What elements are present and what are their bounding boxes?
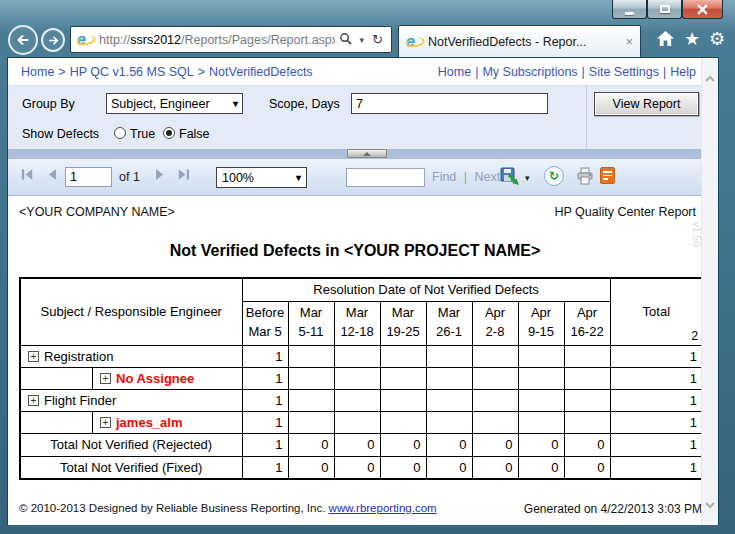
refresh-page-icon[interactable]: ↻ <box>368 32 387 47</box>
total-row-label: Total Not Verified (Rejected) <box>20 433 242 456</box>
expand-icon[interactable]: + <box>100 417 111 428</box>
scope-days-input[interactable] <box>351 93 548 114</box>
tab-close-icon[interactable]: × <box>621 34 633 49</box>
expand-icon[interactable]: + <box>100 373 111 384</box>
date-column-header: Apr2-8 <box>472 301 518 345</box>
favorites-star-icon[interactable]: ★ <box>684 28 700 49</box>
next-page-button[interactable] <box>154 167 166 182</box>
refresh-report-icon[interactable]: ↻ <box>544 166 564 186</box>
browser-tab[interactable]: e NotVerifiedDefects - Repor... × <box>398 25 641 57</box>
value-cell: 0 <box>288 456 334 479</box>
page-scrollbar[interactable] <box>701 58 718 525</box>
value-cell <box>518 389 564 411</box>
breadcrumb-separator: > <box>54 65 69 79</box>
breadcrumb-link[interactable]: HP QC v1.56 MS SQL <box>70 65 194 79</box>
row-total-cell: 1 <box>610 456 703 479</box>
maximize-icon <box>660 5 670 13</box>
url-scheme: http:// <box>99 33 130 47</box>
search-icon[interactable] <box>335 32 356 48</box>
generated-timestamp: Generated on 4/22/2013 3:03 PM <box>524 502 702 516</box>
date-line2: 26-1 <box>427 323 472 342</box>
next-link[interactable]: Next <box>475 170 501 184</box>
home-icon[interactable] <box>656 30 675 51</box>
expand-icon[interactable]: + <box>28 395 39 406</box>
defects-table: Subject / Responsible Engineer Resolutio… <box>19 277 704 480</box>
scope-days-label: Scope, Days <box>269 97 340 111</box>
breadcrumb-link[interactable]: NotVerifiedDefects <box>209 65 313 79</box>
breadcrumb-link[interactable]: Home <box>21 65 54 79</box>
address-bar[interactable]: e http://ssrs2012/Reports/Pages/Report.a… <box>70 26 392 53</box>
site-links-separator: | <box>471 65 482 79</box>
window-titlebar[interactable] <box>0 0 735 23</box>
value-cell: 0 <box>426 456 472 479</box>
value-cell <box>564 411 610 433</box>
maximize-button[interactable] <box>647 0 682 19</box>
copyright-text: © 2010-2013 Designed by Reliable Busines… <box>19 502 325 514</box>
last-page-button[interactable] <box>176 167 191 182</box>
page-number-input[interactable] <box>65 167 112 187</box>
row-label[interactable]: Flight Finder <box>44 393 116 408</box>
value-cell: 0 <box>426 433 472 456</box>
value-cell <box>380 367 426 389</box>
first-page-button[interactable] <box>20 167 35 182</box>
group-by-select[interactable]: Subject, Engineer ▾ <box>106 93 243 114</box>
site-link[interactable]: My Subscriptions <box>482 65 577 79</box>
row-label[interactable]: james_alm <box>116 415 183 430</box>
total-row-label: Total Not Verified (Fixed) <box>20 456 242 479</box>
value-cell: 1 <box>242 345 288 367</box>
settings-gear-icon[interactable]: ⚙ <box>709 28 725 49</box>
show-defects-radio-true[interactable] <box>114 127 126 139</box>
forward-button[interactable] <box>41 28 65 52</box>
export-save-icon[interactable] <box>499 166 521 192</box>
zoom-value: 100% <box>222 171 254 185</box>
report-footer: © 2010-2013 Designed by Reliable Busines… <box>19 502 702 516</box>
zoom-select[interactable]: 100% ▾ <box>216 167 307 188</box>
site-link[interactable]: Site Settings <box>589 65 659 79</box>
report-type-label: HP Quality Center Report <box>555 205 697 219</box>
panel-divider <box>586 86 587 150</box>
data-feed-icon[interactable] <box>600 167 615 184</box>
group-by-label: Group By <box>22 97 75 111</box>
expand-icon[interactable]: + <box>28 351 39 362</box>
value-cell: 1 <box>242 456 288 479</box>
date-column-header: BeforeMar 5 <box>242 301 288 345</box>
site-link[interactable]: Help <box>670 65 696 79</box>
site-link[interactable]: Home <box>438 65 471 79</box>
group-by-value: Subject, Engineer <box>111 97 210 111</box>
print-icon[interactable] <box>575 166 595 190</box>
value-cell <box>288 411 334 433</box>
find-link[interactable]: Find <box>432 170 456 184</box>
report-toolbar: of 1 100% ▾ Find | Next <box>8 159 702 196</box>
value-cell <box>334 345 380 367</box>
address-dropdown-icon[interactable]: ▾ <box>356 35 369 45</box>
parameter-panel: Group By Subject, Engineer ▾ Scope, Days… <box>8 85 702 149</box>
date-line2: 16-22 <box>565 323 610 342</box>
url-text[interactable]: http://ssrs2012/Reports/Pages/Report.asp… <box>99 33 335 47</box>
scroll-up-icon[interactable] <box>704 70 716 84</box>
site-links-separator: | <box>659 65 670 79</box>
minimize-button[interactable] <box>612 0 647 19</box>
site-links-separator: | <box>578 65 589 79</box>
back-button[interactable] <box>8 25 38 55</box>
tab-title[interactable]: NotVerifiedDefects - Repor... <box>428 35 621 49</box>
report-viewport: <YOUR COMPANY NAME> HP Quality Center Re… <box>8 196 702 525</box>
collapse-handle[interactable] <box>347 149 387 158</box>
value-cell: 0 <box>564 456 610 479</box>
table-row: +james_alm11 <box>20 411 703 433</box>
show-defects-radio-false[interactable] <box>163 127 175 139</box>
rbreporting-link[interactable]: www.rbreporting.com <box>329 502 437 514</box>
value-cell <box>334 367 380 389</box>
row-label[interactable]: No Assignee <box>116 371 194 386</box>
previous-page-button[interactable] <box>46 167 58 182</box>
find-input[interactable] <box>346 168 425 187</box>
row-label[interactable]: Registration <box>44 349 113 364</box>
view-report-button[interactable]: View Report <box>594 92 699 116</box>
close-button[interactable] <box>682 0 723 19</box>
scroll-down-icon[interactable] <box>704 496 716 510</box>
subject-content: +Registration <box>21 346 113 367</box>
value-cell <box>288 389 334 411</box>
export-dropdown-icon[interactable]: ▾ <box>525 173 530 183</box>
value-cell: 0 <box>472 433 518 456</box>
chevron-down-icon: ▾ <box>233 98 238 109</box>
site-links: Home|My Subscriptions|Site Settings|Help <box>438 65 696 85</box>
